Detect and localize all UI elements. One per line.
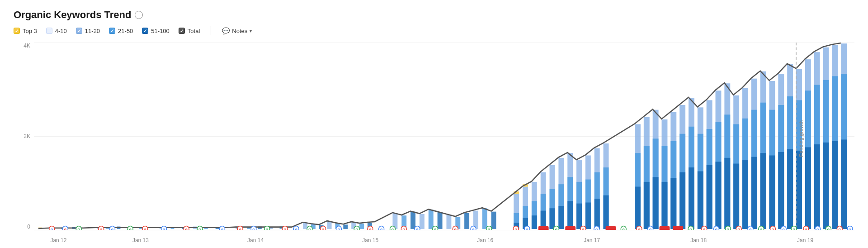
- svg-rect-66: [576, 204, 582, 229]
- svg-rect-82: [644, 182, 650, 229]
- svg-rect-133: [796, 151, 802, 229]
- svg-rect-27: [359, 224, 364, 229]
- comment-marker: [660, 226, 670, 230]
- svg-rect-85: [653, 177, 659, 229]
- svg-rect-142: [823, 143, 829, 229]
- chart-inner: G G G G G G G G: [34, 43, 854, 243]
- legend-label-21-50: 21-50: [118, 28, 133, 34]
- svg-rect-32: [420, 214, 425, 229]
- svg-rect-88: [662, 182, 668, 229]
- legend-label-11-20: 11-20: [85, 28, 100, 34]
- y-axis: 4K 2K 0: [14, 43, 34, 243]
- svg-rect-124: [769, 155, 775, 229]
- svg-rect-63: [567, 201, 573, 229]
- legend-divider: [211, 26, 211, 35]
- legend-checkbox-4-10: [46, 28, 52, 34]
- x-label-jan19: Jan 19: [797, 237, 813, 243]
- legend-item-top3[interactable]: Top 3: [14, 28, 37, 34]
- svg-rect-34: [438, 212, 443, 229]
- svg-rect-20: [303, 223, 307, 229]
- svg-rect-145: [832, 141, 838, 229]
- legend-checkbox-11-20: [76, 28, 82, 34]
- svg-rect-130: [787, 149, 793, 229]
- svg-rect-39: [482, 208, 487, 229]
- notes-icon: 💬: [222, 27, 230, 34]
- svg-rect-94: [679, 172, 685, 229]
- legend-label-51-100: 51-100: [151, 28, 169, 34]
- info-icon[interactable]: i: [135, 11, 143, 19]
- y-label-2k: 2K: [24, 133, 30, 139]
- rotated-label: Pending growth: [798, 120, 804, 157]
- svg-rect-57: [550, 208, 555, 229]
- svg-rect-25: [343, 224, 348, 229]
- legend-item-51-100[interactable]: 51-100: [142, 28, 169, 34]
- svg-rect-97: [689, 167, 694, 229]
- svg-rect-72: [594, 199, 600, 229]
- svg-rect-106: [716, 162, 722, 229]
- legend-checkbox-top3: [14, 28, 20, 34]
- x-axis-labels: Jan 12 Jan 13 Jan 14 Jan 15 Jan 16 Jan 1…: [34, 230, 854, 243]
- comment-marker: [565, 226, 576, 230]
- svg-rect-75: [604, 196, 609, 229]
- svg-rect-40: [491, 212, 496, 229]
- bars-group: [38, 43, 847, 229]
- notes-label: Notes: [232, 28, 247, 34]
- svg-rect-103: [707, 165, 712, 229]
- chart-title: Organic Keywords Trend: [14, 9, 131, 21]
- svg-rect-148: [841, 139, 847, 229]
- legend-item-11-20[interactable]: 11-20: [76, 28, 100, 34]
- svg-rect-35: [446, 215, 451, 229]
- svg-rect-37: [464, 213, 469, 229]
- svg-rect-33: [429, 210, 434, 229]
- svg-rect-109: [724, 158, 730, 229]
- y-label-4k: 4K: [24, 43, 30, 49]
- legend-label-total: Total: [188, 28, 200, 34]
- svg-rect-121: [760, 153, 766, 229]
- x-label-jan13: Jan 13: [132, 237, 149, 243]
- svg-rect-100: [698, 171, 703, 229]
- svg-rect-118: [751, 157, 757, 229]
- chart-svg: G G G G G G G G: [34, 43, 854, 230]
- svg-rect-51: [532, 215, 537, 229]
- x-label-jan12: Jan 12: [50, 237, 66, 243]
- notes-button[interactable]: 💬 Notes ▾: [222, 27, 252, 34]
- comment-marker: [673, 226, 683, 230]
- svg-rect-78: [635, 186, 641, 229]
- x-label-jan14: Jan 14: [247, 237, 264, 243]
- x-label-jan18: Jan 18: [690, 237, 707, 243]
- svg-rect-31: [410, 212, 415, 229]
- legend-item-4-10[interactable]: 4-10: [46, 28, 67, 34]
- chart-container: Organic Keywords Trend i Top 3 4-10 11-2…: [0, 0, 868, 248]
- legend-row: Top 3 4-10 11-20 21-50 51-100 Total: [14, 26, 854, 35]
- legend-checkbox-total: [179, 28, 185, 34]
- svg-rect-69: [585, 202, 591, 229]
- comment-marker: [606, 226, 616, 230]
- chevron-down-icon: ▾: [250, 29, 252, 33]
- x-label-jan16: Jan 16: [477, 237, 493, 243]
- legend-item-total[interactable]: Total: [179, 28, 200, 34]
- svg-rect-139: [814, 144, 820, 229]
- x-label-jan15: Jan 15: [362, 237, 378, 243]
- x-label-jan17: Jan 17: [584, 237, 600, 243]
- legend-item-21-50[interactable]: 21-50: [109, 28, 133, 34]
- chart-title-row: Organic Keywords Trend i: [14, 9, 854, 21]
- legend-checkbox-51-100: [142, 28, 148, 34]
- chart-svg-area: G G G G G G G G: [34, 43, 854, 230]
- legend-label-top3: Top 3: [23, 28, 37, 34]
- svg-rect-23: [327, 221, 332, 229]
- svg-rect-91: [670, 178, 676, 229]
- chart-area: 4K 2K 0: [14, 43, 854, 243]
- svg-rect-112: [733, 164, 739, 229]
- y-label-0: 0: [27, 224, 30, 230]
- legend-checkbox-21-50: [109, 28, 115, 34]
- legend-label-4-10: 4-10: [55, 28, 67, 34]
- comment-marker: [538, 226, 549, 230]
- svg-rect-115: [742, 160, 748, 229]
- svg-rect-127: [778, 152, 784, 229]
- svg-rect-60: [558, 206, 564, 229]
- svg-rect-136: [805, 147, 811, 229]
